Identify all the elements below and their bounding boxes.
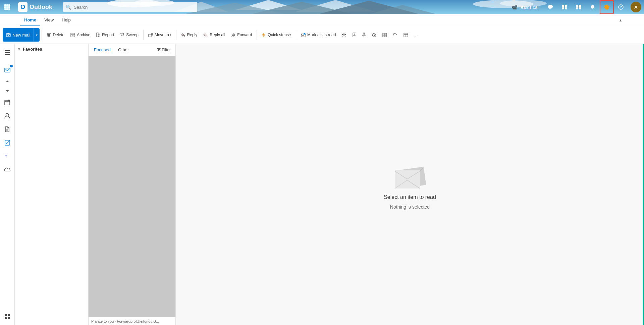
tab-home[interactable]: Home bbox=[20, 14, 40, 26]
svg-rect-53 bbox=[5, 100, 10, 105]
separator-1 bbox=[42, 30, 42, 40]
svg-rect-58 bbox=[7, 103, 8, 103]
archive-button[interactable]: Archive bbox=[68, 28, 93, 42]
pin-button[interactable] bbox=[359, 28, 369, 42]
search-bar[interactable]: 🔍 bbox=[63, 2, 197, 12]
favorites-collapse-icon[interactable]: ▼ bbox=[17, 47, 21, 51]
nav-todo-button[interactable] bbox=[1, 137, 13, 149]
svg-rect-44 bbox=[383, 35, 384, 37]
ribbon-collapse-button[interactable]: ▲ bbox=[617, 17, 624, 23]
reply-all-label: Reply all bbox=[210, 33, 225, 37]
feedback-button[interactable] bbox=[543, 0, 557, 14]
app-name-label: Outlook bbox=[30, 4, 52, 11]
mail-list-body[interactable] bbox=[89, 56, 175, 317]
sweep-button[interactable]: Sweep bbox=[117, 28, 141, 42]
new-mail-dropdown-arrow[interactable]: ▾ bbox=[34, 28, 40, 42]
svg-rect-52 bbox=[5, 68, 10, 72]
hamburger-menu-button[interactable] bbox=[1, 47, 13, 59]
empty-state-illustration bbox=[391, 160, 428, 190]
notifications-button[interactable] bbox=[586, 0, 600, 14]
ribbon: Home View Help ▲ New mail ▾ bbox=[0, 14, 644, 44]
reading-empty-state: Select an item to read Nothing is select… bbox=[384, 160, 436, 210]
filter-label: Filter bbox=[162, 48, 171, 52]
svg-rect-45 bbox=[385, 35, 387, 37]
titlebar-content: O Outlook 🔍 📹 Teams call bbox=[0, 0, 644, 14]
mark-all-read-label: Mark all as read bbox=[307, 33, 336, 37]
separator-5 bbox=[296, 30, 296, 40]
nav-people-button[interactable] bbox=[1, 110, 13, 122]
app-logo: O Outlook bbox=[14, 2, 56, 12]
new-mail-main[interactable]: New mail bbox=[3, 28, 34, 42]
focused-tab[interactable]: Focused bbox=[91, 46, 113, 54]
favorites-title: Favorites bbox=[23, 47, 86, 52]
filter-button[interactable]: Filter bbox=[155, 47, 173, 53]
new-mail-button[interactable]: New mail ▾ bbox=[3, 28, 40, 42]
reading-empty-subtitle: Nothing is selected bbox=[390, 204, 430, 210]
mail-list-header: Focused Other Filter bbox=[89, 44, 175, 56]
svg-rect-14 bbox=[8, 4, 10, 6]
svg-rect-38 bbox=[149, 34, 151, 37]
nav-teams-button[interactable]: T bbox=[1, 150, 13, 162]
nav-all-apps-button[interactable] bbox=[1, 311, 13, 323]
ribbon-toolbar: New mail ▾ Delete Archive bbox=[0, 26, 644, 44]
nav-collapse-button[interactable] bbox=[1, 77, 13, 86]
nav-calendar-button[interactable] bbox=[1, 96, 13, 108]
svg-rect-57 bbox=[6, 103, 7, 103]
categories-button[interactable] bbox=[380, 28, 390, 42]
nav-expand-button[interactable] bbox=[1, 87, 13, 95]
undo-button[interactable] bbox=[390, 28, 400, 42]
teams-call-label: Teams call bbox=[519, 5, 539, 10]
svg-point-59 bbox=[6, 113, 9, 116]
folder-header: ▼ Favorites bbox=[15, 44, 88, 54]
svg-rect-12 bbox=[4, 4, 6, 6]
switch-view-button[interactable] bbox=[557, 0, 572, 14]
svg-rect-64 bbox=[5, 314, 7, 316]
svg-rect-20 bbox=[8, 8, 10, 10]
svg-rect-50 bbox=[5, 52, 10, 53]
svg-point-40 bbox=[304, 33, 306, 35]
sweep-label: Sweep bbox=[126, 33, 139, 37]
report-button[interactable]: Report bbox=[94, 28, 117, 42]
svg-rect-51 bbox=[5, 54, 10, 55]
titlebar: O Outlook 🔍 📹 Teams call bbox=[0, 0, 644, 14]
svg-text:T: T bbox=[5, 154, 7, 159]
teams-call-button[interactable]: 📹 Teams call bbox=[507, 0, 543, 14]
svg-rect-16 bbox=[6, 6, 8, 8]
quick-steps-arrow: ▾ bbox=[289, 33, 291, 37]
search-input[interactable] bbox=[63, 2, 197, 12]
favorite-button[interactable] bbox=[339, 28, 349, 42]
svg-text:?: ? bbox=[620, 5, 622, 9]
flag-button[interactable] bbox=[350, 28, 359, 42]
snooze-button[interactable] bbox=[369, 28, 379, 42]
nav-onedrive-button[interactable] bbox=[1, 163, 13, 175]
nav-files-button[interactable] bbox=[1, 123, 13, 135]
apps-button[interactable] bbox=[572, 0, 586, 14]
tab-help[interactable]: Help bbox=[58, 14, 75, 26]
svg-rect-17 bbox=[8, 6, 10, 8]
nav-sidebar: T bbox=[0, 44, 15, 325]
main-content: T ▼ Favorites Focused bbox=[0, 44, 644, 325]
svg-rect-67 bbox=[8, 317, 10, 319]
split-view-button[interactable] bbox=[401, 28, 411, 42]
move-to-label: Move to bbox=[155, 33, 169, 37]
reading-pane: Select an item to read Nothing is select… bbox=[176, 44, 644, 325]
settings-button[interactable] bbox=[600, 0, 614, 14]
reply-all-button[interactable]: Reply all bbox=[201, 28, 228, 42]
delete-button[interactable]: Delete bbox=[44, 28, 67, 42]
tab-view[interactable]: View bbox=[40, 14, 58, 26]
nav-mail-button[interactable] bbox=[1, 64, 13, 76]
mark-all-read-button[interactable]: Mark all as read bbox=[298, 28, 338, 42]
reply-button[interactable]: Reply bbox=[178, 28, 200, 42]
quick-steps-button[interactable]: Quick steps ▾ bbox=[259, 28, 294, 42]
svg-rect-18 bbox=[4, 8, 6, 10]
forward-button[interactable]: Forward bbox=[228, 28, 255, 42]
move-to-button[interactable]: Move to ▾ bbox=[146, 28, 174, 42]
svg-rect-15 bbox=[4, 6, 6, 8]
help-button[interactable]: ? bbox=[614, 0, 628, 14]
more-options-button[interactable]: ... bbox=[412, 28, 420, 42]
app-launcher-button[interactable] bbox=[0, 0, 14, 14]
avatar[interactable]: A bbox=[631, 2, 641, 12]
folder-list[interactable] bbox=[15, 54, 88, 325]
other-tab[interactable]: Other bbox=[115, 46, 132, 54]
avatar-initials: A bbox=[634, 5, 637, 10]
